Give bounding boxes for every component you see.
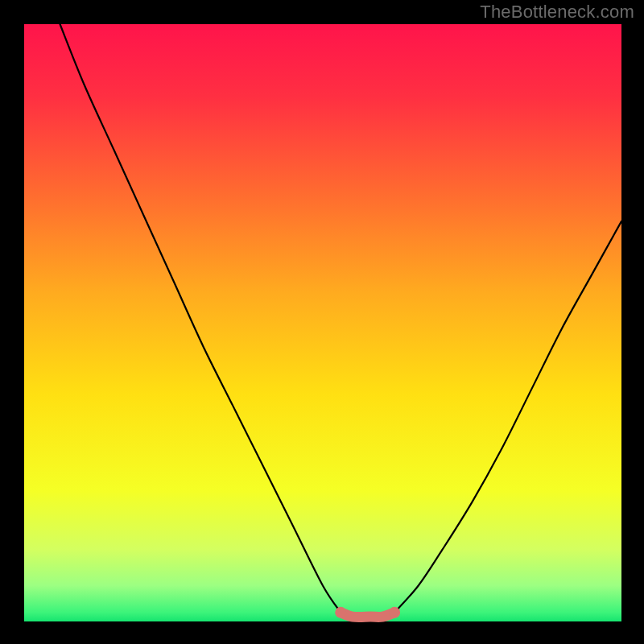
plateau-segment — [341, 613, 394, 617]
plateau-cap-left — [335, 607, 346, 618]
gradient-background — [24, 24, 621, 621]
chart-frame: TheBottleneck.com — [0, 0, 644, 644]
bottleneck-chart — [0, 0, 644, 644]
watermark-text: TheBottleneck.com — [480, 2, 634, 23]
plateau-cap-right — [389, 607, 400, 618]
